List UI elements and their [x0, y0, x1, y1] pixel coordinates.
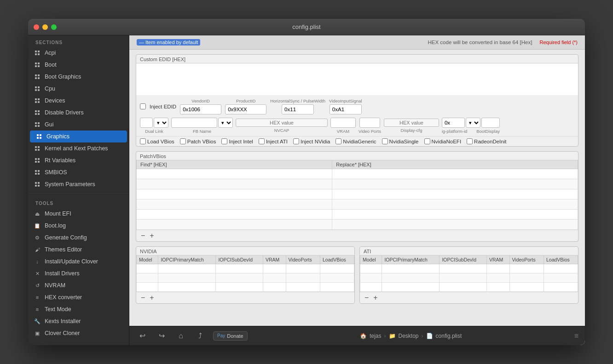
sidebar-item-kexts-installer[interactable]: 🔧 Kexts Installer	[28, 315, 129, 327]
nvidia-add-button[interactable]: +	[149, 294, 155, 301]
duallink-input[interactable]	[140, 118, 153, 128]
patch-vbios-add-button[interactable]: +	[149, 232, 155, 239]
share-button[interactable]: ⤴	[194, 330, 207, 342]
back-button[interactable]: ↩	[136, 330, 149, 342]
ig-platform-select[interactable]: ▾	[466, 118, 480, 128]
ati-videoports-col: VideoPorts	[509, 256, 544, 264]
nvcap-input[interactable]	[236, 119, 328, 127]
sidebar-item-hex-converter[interactable]: ≡ HEX converter	[28, 291, 129, 303]
replace-cell[interactable]	[332, 179, 578, 189]
grid-icon	[34, 121, 41, 128]
sidebar-item-install-update[interactable]: ↓ Install/Update Clover	[28, 256, 129, 267]
find-cell[interactable]	[137, 179, 332, 189]
radeon-de-init-checkbox[interactable]	[467, 138, 473, 144]
nvram-icon: ↺	[34, 282, 41, 289]
sidebar-item-acpi[interactable]: Acpi	[28, 47, 129, 59]
sidebar-item-mount-efi[interactable]: ⏏ Mount EFI	[28, 208, 129, 220]
load-vbios-checkbox[interactable]	[140, 138, 146, 144]
nvidia-remove-button[interactable]: −	[140, 294, 146, 301]
fbname-input[interactable]	[171, 118, 217, 128]
duallink-select[interactable]: ▾	[154, 118, 168, 128]
sidebar-item-boot-graphics[interactable]: Boot Graphics	[28, 71, 129, 83]
breadcrumb-user[interactable]: tejas	[370, 333, 381, 339]
custom-edid-textarea[interactable]	[136, 63, 578, 95]
clone-icon: ▣	[34, 330, 41, 337]
vendor-id-sublabel: VendorID	[191, 98, 210, 103]
sidebar-item-nvram[interactable]: ↺ NVRAM	[28, 279, 129, 291]
nvidia-subdev-col: IOPCISubDevId	[216, 256, 263, 264]
patch-vbios-remove-button[interactable]: −	[140, 232, 146, 239]
footer: ↩ ↪ ⌂ ⤴ Pay Donate 🏠 tejas › 📁 Desktop ›	[129, 326, 585, 345]
main-content: Custom EDID [HEX] Inject EDID VendorID P…	[129, 50, 585, 326]
sidebar-item-install-drivers[interactable]: ✕ Install Drivers	[28, 267, 129, 279]
product-id-input[interactable]	[225, 104, 266, 114]
find-cell[interactable]	[137, 210, 332, 220]
sidebar-item-boot-log[interactable]: 📋 Boot.log	[28, 220, 129, 232]
nvcap-label: NVCAP	[274, 128, 289, 133]
sidebar-item-themes-editor[interactable]: 🖌 Themes Editor	[28, 244, 129, 256]
home-button[interactable]: ⌂	[174, 330, 187, 342]
forward-button[interactable]: ↪	[155, 330, 168, 342]
replace-cell[interactable]	[332, 169, 578, 179]
breadcrumb-file[interactable]: config.plist	[436, 333, 462, 339]
replace-cell[interactable]	[332, 199, 578, 210]
sidebar-item-text-mode[interactable]: ≡ Text Mode	[28, 303, 129, 315]
ati-primary-col: IOPCIPrimaryMatch	[382, 256, 440, 264]
badge-dash: —	[139, 40, 144, 45]
sidebar-item-rt-variables[interactable]: Rt Variables	[28, 154, 129, 166]
ati-remove-button[interactable]: −	[364, 294, 370, 301]
ig-platform-input[interactable]	[442, 118, 465, 128]
display-cfg-input[interactable]	[384, 119, 439, 127]
sidebar-item-graphics[interactable]: Graphics	[30, 131, 127, 142]
patch-vbios-checkbox[interactable]	[180, 138, 186, 144]
video-ports-input[interactable]	[359, 118, 380, 128]
vendor-id-input[interactable]	[180, 104, 221, 114]
table-row	[137, 179, 578, 189]
inject-edid-label: Inject EDID	[150, 104, 176, 109]
nvidia-generic-checkbox[interactable]	[335, 138, 341, 144]
inject-intel-checkbox[interactable]	[221, 138, 227, 144]
sidebar-item-devices[interactable]: Devices	[28, 95, 129, 107]
sidebar-item-generate-config[interactable]: ⚙ Generate Config	[28, 232, 129, 244]
replace-cell[interactable]	[332, 210, 578, 220]
sidebar-item-clover-cloner[interactable]: ▣ Clover Cloner	[28, 327, 129, 339]
inject-ati-checkbox[interactable]	[259, 138, 265, 144]
inject-edid-checkbox[interactable]	[140, 103, 146, 109]
find-cell[interactable]	[137, 199, 332, 210]
ati-label: ATI	[360, 247, 578, 255]
breadcrumb-desktop[interactable]: Desktop	[399, 333, 419, 339]
nvidia-videoports-col: VideoPorts	[286, 256, 320, 264]
minimize-button[interactable]	[42, 24, 48, 30]
sidebar-item-disable-drivers[interactable]: Disable Drivers	[28, 107, 129, 119]
nvidia-single-checkbox[interactable]	[382, 138, 388, 144]
load-vbios-label: Load VBios	[147, 139, 174, 144]
close-button[interactable]	[34, 24, 39, 30]
vis-input[interactable]	[330, 104, 362, 114]
replace-cell[interactable]	[332, 220, 578, 230]
donate-button[interactable]: Pay Donate	[213, 331, 248, 341]
sidebar-item-smbios[interactable]: SMBIOS	[28, 166, 129, 178]
find-cell[interactable]	[137, 220, 332, 230]
replace-cell[interactable]	[332, 189, 578, 199]
hsync-input[interactable]	[282, 104, 314, 114]
fbname-select[interactable]: ▾	[218, 118, 233, 128]
maximize-button[interactable]	[51, 24, 57, 30]
header-right: HEX code will be converted in base 64 [H…	[428, 40, 578, 45]
sidebar-item-cpu[interactable]: Cpu	[28, 83, 129, 95]
sidebar-item-system-parameters[interactable]: System Parameters	[28, 178, 129, 190]
nvidia-no-efi-checkbox[interactable]	[424, 138, 430, 144]
video-ports-group: Video Ports	[359, 118, 381, 134]
sidebar-item-gui[interactable]: Gui	[28, 119, 129, 131]
inject-nvidia-checkbox[interactable]	[293, 138, 299, 144]
menu-button[interactable]: ≡	[574, 332, 578, 340]
vram-input[interactable]	[330, 118, 356, 128]
custom-edid-label: Custom EDID [HEX]	[136, 55, 578, 63]
grid-icon	[34, 145, 41, 152]
ati-add-button[interactable]: +	[372, 294, 378, 301]
find-cell[interactable]	[137, 189, 332, 199]
sidebar-item-kernel-kext[interactable]: Kernel and Kext Patches	[28, 142, 129, 154]
boot-display-input[interactable]	[481, 118, 500, 128]
sidebar-item-boot[interactable]: Boot	[28, 59, 129, 71]
fbname-label: FB Name	[193, 129, 211, 134]
find-cell[interactable]	[137, 169, 332, 179]
